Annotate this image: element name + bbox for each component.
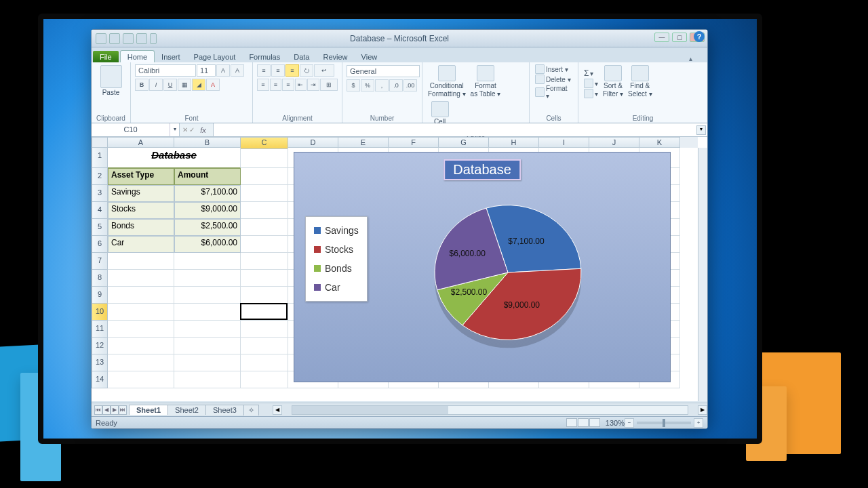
pie-chart[interactable] [430,195,586,350]
cell[interactable] [241,321,288,338]
formula-bar-expand-icon[interactable]: ▾ [696,125,706,135]
zoom-out-button[interactable]: − [625,418,634,428]
ribbon-minimize-icon[interactable]: ▴ [689,55,707,62]
row-header[interactable]: 14 [92,371,108,388]
increase-indent-icon[interactable]: ⇥ [307,79,319,91]
decrease-decimal-icon[interactable]: .00 [403,79,417,92]
column-header[interactable]: G [439,137,489,148]
sheet-tab-2[interactable]: Sheet2 [167,405,206,415]
cell[interactable] [241,371,288,388]
cell[interactable]: $7,100.00 [174,185,241,202]
format-as-table-button[interactable]: Format as Table ▾ [469,64,502,98]
merge-center-button[interactable]: ⊞ [320,79,338,91]
maximize-button[interactable]: ▢ [672,33,687,42]
column-header[interactable]: D [288,137,338,148]
vertical-scrollbar[interactable] [698,148,707,401]
row-header[interactable]: 12 [92,338,108,354]
row-header[interactable]: 1 [92,148,108,168]
insert-cells-button[interactable]: Insert ▾ [534,64,574,74]
tab-page-layout[interactable]: Page Layout [187,51,243,62]
align-center-icon[interactable]: ≡ [270,79,282,91]
border-button[interactable]: ▦ [178,79,191,91]
row-header[interactable]: 9 [92,287,108,304]
cell[interactable] [108,321,174,338]
row-header[interactable]: 4 [92,202,108,219]
cell[interactable]: Database [108,148,241,168]
cell[interactable] [108,354,174,371]
cell[interactable] [174,253,241,270]
cell[interactable] [241,354,288,371]
tab-review[interactable]: Review [316,51,354,62]
namebox-dropdown-icon[interactable]: ▾ [170,123,179,136]
increase-font-icon[interactable]: A [216,64,230,77]
percent-button[interactable]: % [361,79,374,92]
conditional-formatting-button[interactable]: Conditional Formatting ▾ [427,64,467,98]
excel-icon[interactable] [96,33,106,44]
cell[interactable]: Car [108,236,174,253]
column-header[interactable]: J [589,137,639,148]
format-cells-button[interactable]: Format ▾ [534,85,574,100]
normal-view-button[interactable] [566,418,577,427]
underline-button[interactable]: U [163,79,177,91]
row-headers[interactable]: 1234567891011121314 [92,148,108,388]
cell[interactable] [241,219,288,236]
cell[interactable] [174,304,241,321]
redo-icon[interactable] [136,33,147,44]
cell[interactable] [174,354,241,371]
decrease-indent-icon[interactable]: ⇤ [295,79,307,91]
minimize-button[interactable]: — [654,33,669,42]
delete-cells-button[interactable]: Delete ▾ [534,75,574,84]
cell[interactable] [108,304,174,321]
tab-home[interactable]: Home [120,50,155,62]
tab-view[interactable]: View [355,51,384,62]
cell[interactable] [241,236,288,253]
cell[interactable] [108,338,174,354]
chart-title[interactable]: Database [443,159,521,180]
cell[interactable] [241,338,288,354]
column-header[interactable]: A [108,137,174,148]
legend-item[interactable]: Savings [313,221,360,240]
find-select-button[interactable]: Find & Select ▾ [627,64,654,98]
embedded-chart[interactable]: Database SavingsStocksBondsCar $7,100.00… [294,152,671,382]
column-header[interactable]: B [174,137,241,148]
row-header[interactable]: 10 [92,304,108,321]
cell[interactable]: Stocks [108,202,174,219]
name-box[interactable]: C10 ▾ [92,123,180,136]
row-header[interactable]: 3 [92,185,108,202]
clear-button[interactable]: ▾ [583,89,599,98]
cell[interactable] [108,371,174,388]
align-middle-icon[interactable]: ≡ [271,64,285,77]
cell[interactable] [241,185,288,202]
legend-item[interactable]: Stocks [313,240,360,259]
column-header[interactable]: E [338,137,389,148]
currency-button[interactable]: $ [347,79,360,92]
row-header[interactable]: 11 [92,321,108,338]
decrease-font-icon[interactable]: A [231,64,244,77]
fx-icon[interactable]: fx [196,126,210,134]
cell[interactable] [174,371,241,388]
bold-button[interactable]: B [135,79,149,91]
column-header[interactable]: I [539,137,589,148]
cell[interactable] [241,253,288,270]
legend-item[interactable]: Bonds [313,259,360,278]
row-header[interactable]: 5 [92,219,108,236]
column-header[interactable]: H [489,137,539,148]
align-top-icon[interactable]: ≡ [257,64,271,77]
sort-filter-button[interactable]: Sort & Filter ▾ [601,64,625,98]
row-header[interactable]: 2 [92,168,108,185]
tab-insert[interactable]: Insert [155,51,187,62]
paste-button[interactable]: Paste [96,64,126,97]
cell[interactable] [108,253,174,270]
cell[interactable] [174,287,241,304]
new-sheet-button[interactable]: ✧ [243,405,259,415]
chart-legend[interactable]: SavingsStocksBondsCar [305,216,368,302]
align-right-icon[interactable]: ≡ [282,79,294,91]
font-size-select[interactable] [197,64,216,77]
qat-more-icon[interactable] [150,33,157,44]
row-header[interactable]: 8 [92,270,108,287]
cell[interactable] [241,148,288,168]
cell[interactable] [108,287,174,304]
column-header[interactable]: K [639,137,680,148]
row-header[interactable]: 6 [92,236,108,253]
increase-decimal-icon[interactable]: .0 [389,79,403,92]
